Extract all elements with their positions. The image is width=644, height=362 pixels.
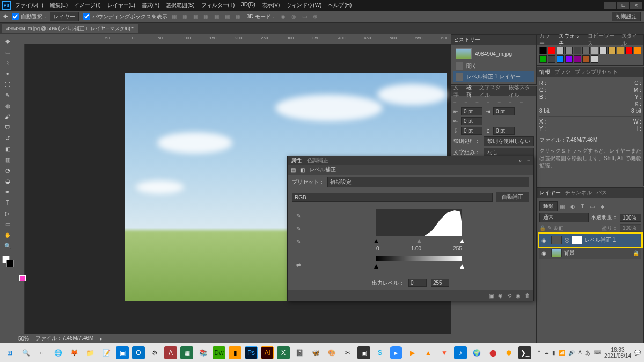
input-gamma[interactable]: 1.00	[411, 245, 421, 251]
move-tool[interactable]: ✥	[1, 37, 14, 46]
menu-icon[interactable]: ≡	[527, 158, 530, 164]
properties-tab[interactable]: 属性	[291, 157, 302, 164]
outlook-icon[interactable]: O	[132, 346, 145, 359]
gamma-slider[interactable]	[417, 239, 421, 243]
swatch[interactable]	[557, 55, 564, 63]
marquee-tool[interactable]: ▭	[1, 47, 14, 57]
music-icon[interactable]: ♪	[454, 346, 467, 359]
kinsoku-dropdown[interactable]: 禁則を使用しない	[484, 136, 534, 146]
stamp-tool[interactable]: ⛉	[1, 122, 14, 132]
lasso-tool[interactable]: ⌇	[1, 58, 14, 68]
copy-source-tab[interactable]: コピーソース	[588, 32, 617, 47]
output-white[interactable]	[431, 279, 449, 287]
channel-dropdown[interactable]: RGB	[292, 193, 493, 202]
filter-kind[interactable]: 種類	[539, 201, 558, 211]
history-source[interactable]: 4984904_m.jpg	[453, 47, 534, 61]
channels-tab[interactable]: チャンネル	[565, 189, 592, 197]
cortana-icon[interactable]: ○	[35, 346, 48, 359]
globe-icon[interactable]: 🌍	[470, 346, 483, 359]
menu-layer[interactable]: レイヤー(L)	[107, 2, 135, 9]
notifications-icon[interactable]: 💬	[634, 350, 641, 356]
tray-up-icon[interactable]: ˄	[538, 350, 540, 356]
terminal-icon[interactable]: ❯_	[518, 346, 531, 359]
brush-preset-tab[interactable]: ブラシプリセット	[575, 68, 618, 76]
illustrator-icon[interactable]: Ai	[261, 346, 274, 359]
firefox-icon[interactable]: 🦊	[68, 346, 80, 359]
gray-eyedropper[interactable]: ✎	[294, 224, 303, 233]
white-point-slider[interactable]	[460, 239, 464, 243]
menu-filter[interactable]: フィルター(T)	[201, 2, 235, 9]
out-black-slider[interactable]	[374, 264, 378, 269]
auto-select-dropdown[interactable]: レイヤー	[50, 12, 79, 21]
swatch[interactable]	[582, 47, 590, 54]
prev-state-icon[interactable]: ◉	[498, 293, 503, 299]
swatch[interactable]	[617, 47, 624, 54]
layer-levels[interactable]: ◉ ⛓ レベル補正 1	[539, 234, 641, 247]
onedrive-icon[interactable]: ☁	[544, 350, 549, 356]
settings-icon[interactable]: ⚙	[148, 346, 161, 359]
swatch[interactable]	[599, 47, 607, 54]
white-eyedropper[interactable]: ✎	[294, 237, 303, 245]
layer-name[interactable]: レベル補正 1	[584, 236, 616, 244]
para-style-tab[interactable]: 段落スタイル	[509, 84, 534, 99]
opacity-value[interactable]: 100%	[620, 214, 641, 222]
visibility-icon[interactable]: ◉	[516, 293, 521, 299]
char-tab[interactable]: 文字	[453, 84, 462, 99]
out-white-slider[interactable]	[460, 264, 464, 269]
properties-titlebar[interactable]: 属性 色調補正 « ≡	[288, 156, 533, 165]
maximize-button[interactable]: ☐	[617, 2, 629, 9]
record-icon[interactable]: ⬤	[486, 346, 499, 359]
zoom-tool[interactable]: 🔍	[1, 241, 14, 250]
output-sliders[interactable]	[376, 263, 462, 269]
swatch[interactable]	[591, 55, 598, 63]
eraser-tool[interactable]: ◧	[1, 144, 14, 154]
ime-kana-icon[interactable]: あ	[585, 349, 590, 357]
menu-window[interactable]: ウィンドウ(W)	[286, 2, 321, 9]
layer-background[interactable]: ◉ 背景 🔒	[539, 247, 641, 259]
wifi-icon[interactable]: 📶	[559, 350, 565, 356]
auto-select-check[interactable]	[12, 13, 19, 20]
preset-dropdown[interactable]: 初期設定	[327, 177, 529, 187]
fill-value[interactable]: 100%	[620, 224, 641, 232]
targeted-adjust-icon[interactable]: ⇄	[294, 260, 303, 269]
brush-tool[interactable]: 🖌	[1, 112, 14, 121]
show-bounds[interactable]: バウンディングボックスを表示	[83, 13, 167, 20]
space-before[interactable]	[461, 127, 482, 135]
start-button[interactable]: ⊞	[3, 346, 16, 359]
menu-edit[interactable]: 編集(E)	[50, 2, 68, 9]
butterfly-icon[interactable]: 🦋	[309, 346, 322, 359]
dreamweaver-icon[interactable]: Dw	[213, 346, 225, 359]
swatch[interactable]	[539, 55, 547, 63]
layer-name[interactable]: 背景	[564, 249, 575, 257]
menu-view[interactable]: 表示(V)	[262, 2, 280, 9]
swatch[interactable]	[634, 47, 641, 54]
auto-select[interactable]: 自動選択： レイヤー	[12, 12, 79, 21]
notepad-icon[interactable]: 📝	[100, 346, 113, 359]
output-black[interactable]	[408, 279, 427, 287]
show-bounds-check[interactable]	[83, 13, 90, 20]
shape-tool[interactable]: ▭	[1, 219, 14, 229]
space-after[interactable]	[493, 127, 515, 135]
swatch[interactable]	[574, 55, 581, 63]
black-eyedropper[interactable]: ✎	[294, 211, 303, 220]
color-swatches[interactable]	[1, 255, 14, 269]
excel-icon[interactable]: X	[277, 346, 290, 359]
zoom-icon[interactable]: ▸	[390, 346, 402, 359]
hand-tool[interactable]: ✋	[1, 230, 14, 240]
indent-right[interactable]	[493, 107, 515, 115]
input-white[interactable]: 255	[453, 245, 462, 251]
align-buttons[interactable]: ≡ ≡ ≡ ≡ ≡ ≡ ≡	[453, 100, 534, 106]
history-tab[interactable]: ヒストリー	[453, 36, 480, 44]
history-brush-tool[interactable]: ↺	[1, 133, 14, 143]
style-tab[interactable]: スタイル	[621, 32, 641, 47]
clip-icon[interactable]: ▣	[489, 293, 494, 299]
document-tab[interactable]: 4984904_m.jpg @ 50% (レベル補正 1, レイヤーマスク/8)…	[2, 24, 138, 33]
history-step[interactable]: レベル補正 1 レイヤー	[453, 71, 534, 82]
close-button[interactable]: ✕	[630, 2, 642, 9]
battery-icon[interactable]: ▮	[552, 350, 555, 356]
photos-icon[interactable]: ▣	[116, 346, 129, 359]
swatch[interactable]	[608, 47, 616, 54]
black-point-slider[interactable]	[374, 239, 378, 243]
gradient-tool[interactable]: ▥	[1, 155, 14, 164]
color-tab[interactable]: カラー	[539, 32, 554, 47]
